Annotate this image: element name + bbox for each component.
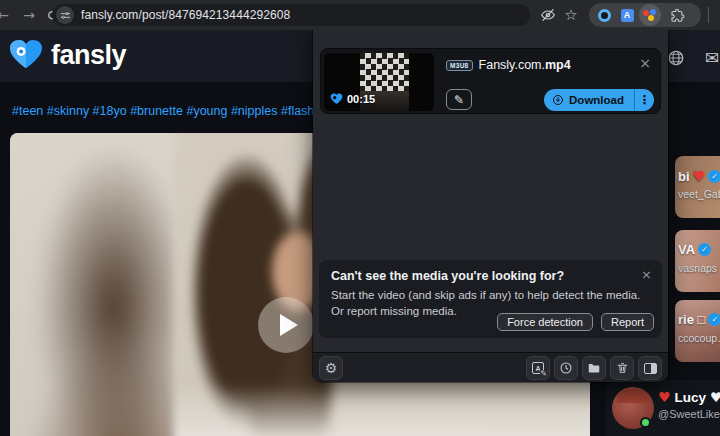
heart-emoji: ♥ — [693, 168, 706, 184]
format-badge: M3U8 — [446, 60, 473, 71]
history-button[interactable] — [554, 356, 578, 380]
online-indicator — [640, 417, 651, 428]
creator-card[interactable]: rie □✓ ccocoup… — [675, 300, 720, 362]
force-detection-button[interactable]: Force detection — [497, 313, 593, 331]
creator-name: rie □ — [678, 312, 705, 327]
extension-o-icon[interactable] — [594, 5, 614, 25]
globe-icon[interactable] — [666, 48, 686, 68]
toolbar-divider — [708, 7, 709, 23]
download-button[interactable]: Download — [544, 89, 634, 111]
auto-rename-button[interactable]: A ✎ — [526, 356, 550, 380]
gear-icon: ⚙ — [325, 360, 338, 376]
downloads-folder-button[interactable] — [582, 356, 606, 380]
creator-name: bi — [678, 169, 690, 184]
creator-card[interactable]: bi♥✓ veet_Gab… — [675, 156, 720, 218]
post-hashtags[interactable]: #teen #skinny #18yo #brunette #young #ni… — [12, 104, 352, 118]
heart-emoji: ♥ — [658, 389, 671, 405]
creator-handle: ccocoup… — [678, 332, 720, 344]
site-info-icon[interactable] — [56, 6, 74, 24]
fansly-heart-icon — [8, 39, 44, 71]
creator-card[interactable]: VA✓ vasnaps — [675, 230, 720, 292]
blurred-photo — [10, 133, 197, 436]
browser-window: ← → ⟳ fansly.com/post/847694213444292608… — [0, 0, 720, 436]
white-heart-emoji: ♥ — [710, 389, 720, 405]
panel-icon — [644, 363, 657, 374]
media-filename: Fansly.com.mp4 — [479, 58, 571, 72]
clock-icon — [559, 361, 573, 375]
verified-badge-icon: ✓ — [708, 313, 720, 326]
extension-popup: 00:15 M3U8 Fansly.com.mp4 × ✎ Download ⋮ — [313, 30, 668, 382]
suggestion-name: Lucy — [675, 390, 707, 405]
creator-handle: veet_Gab… — [678, 188, 720, 200]
folder-icon — [587, 361, 601, 375]
side-panel-button[interactable] — [638, 356, 662, 380]
report-button[interactable]: Report — [601, 313, 654, 331]
download-options-button[interactable]: ⋮ — [634, 89, 654, 111]
translate-extension-icon[interactable]: A — [617, 5, 637, 25]
video-thumbnail[interactable]: 00:15 — [324, 53, 434, 111]
fansly-heart-icon — [330, 93, 343, 105]
close-icon[interactable]: × — [641, 267, 652, 282]
verified-badge-icon: ✓ — [708, 170, 720, 183]
popup-footer: ⚙ A ✎ — [313, 352, 668, 382]
clear-list-button[interactable] — [610, 356, 634, 380]
overflow-icon: ⋮ — [639, 93, 651, 107]
video-duration: 00:15 — [347, 93, 375, 105]
verified-badge-icon: ✓ — [698, 243, 711, 256]
puzzle-extensions-icon[interactable] — [667, 5, 687, 25]
close-icon[interactable]: × — [639, 55, 651, 71]
browser-toolbar: ← → ⟳ fansly.com/post/847694213444292608… — [0, 0, 720, 30]
url-text[interactable]: fansly.com/post/847694213444292608 — [81, 8, 290, 22]
play-icon — [280, 314, 298, 336]
creator-handle: vasnaps — [678, 262, 717, 274]
rename-button[interactable]: ✎ — [446, 89, 472, 110]
settings-button[interactable]: ⚙ — [319, 356, 343, 380]
thumbnail-pattern — [360, 53, 409, 93]
forward-icon[interactable]: → — [18, 4, 40, 26]
help-title: Can't see the media you're looking for? — [331, 269, 564, 283]
back-icon[interactable]: ← — [0, 4, 14, 26]
pencil-icon: ✎ — [540, 370, 547, 378]
extensions-pill: A — [589, 3, 701, 27]
bookmark-star-icon[interactable]: ☆ — [561, 5, 581, 25]
detected-media-card: 00:15 M3U8 Fansly.com.mp4 × ✎ Download ⋮ — [320, 48, 661, 114]
trash-icon — [616, 361, 629, 375]
pencil-icon: ✎ — [454, 93, 464, 107]
play-button[interactable] — [258, 297, 314, 353]
help-message-box: Can't see the media you're looking for? … — [319, 260, 662, 338]
brand-name: fansly — [51, 40, 126, 71]
active-extension-icon[interactable] — [639, 4, 661, 26]
creator-suggestion[interactable]: ♥ Lucy ♥ @SweetLike… — [606, 380, 720, 436]
download-icon — [552, 94, 564, 106]
messages-icon[interactable]: ✉ — [702, 48, 720, 68]
fansly-logo[interactable]: fansly — [8, 39, 126, 71]
url-bar[interactable]: fansly.com/post/847694213444292608 — [52, 4, 530, 26]
suggestion-handle: @SweetLike… — [658, 408, 720, 420]
eye-off-icon[interactable] — [538, 5, 558, 25]
creator-name: VA — [678, 242, 695, 257]
